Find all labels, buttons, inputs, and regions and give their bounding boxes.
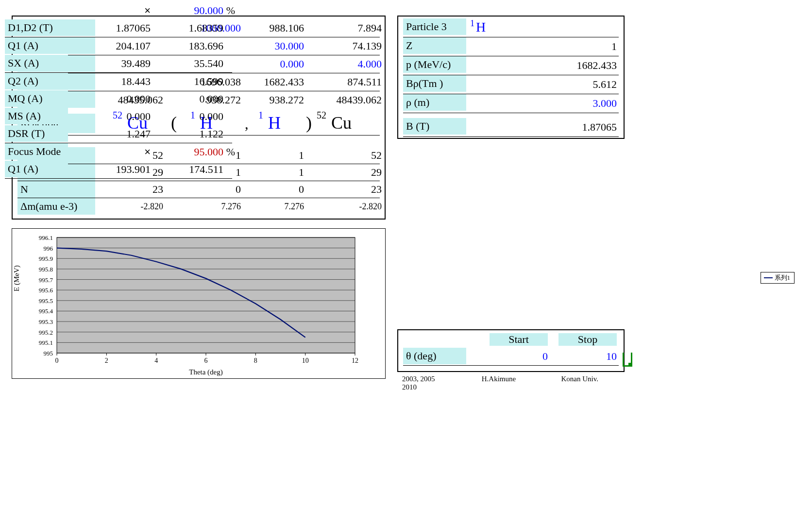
chart-y-axis-label: E (MeV) [13,265,21,291]
magnet-row: MQ (A)0.0000.000 [5,90,232,108]
chart-legend: 系列1 [761,272,795,284]
theta-range-label: θ (deg) [403,348,466,364]
theta-stop-input[interactable]: 10 [558,348,617,365]
particle3-row: B (T)1.87065 [403,118,619,137]
svg-rect-0 [57,237,355,353]
scan-range-panel: Start Stop θ (deg) 0 10 [397,329,625,372]
stop-header: Stop [558,333,617,346]
svg-text:996: 996 [44,245,53,252]
magnet-row: SX (A)39.48935.540 [5,55,232,73]
svg-text:995.4: 995.4 [39,307,53,315]
focus-percent-input[interactable]: 95.000 [155,143,223,161]
magnet-row: Q1 (A)204.107183.696 [5,37,232,55]
particle3-row: ρ (m)3.000 [403,94,619,113]
svg-text:2: 2 [105,357,108,364]
magnet-row: D1,D2 (T)1.870651.68359 [5,19,232,37]
scaling-row: × 90.000 % [5,2,232,19]
svg-text:995: 995 [44,350,53,357]
svg-text:995.2: 995.2 [39,329,53,336]
svg-text:995.9: 995.9 [39,255,53,262]
magnet-row: Q2 (A)18.44316.599 [5,73,232,90]
svg-text:10: 10 [302,357,309,364]
svg-text:995.8: 995.8 [39,266,53,273]
theta-start-input[interactable]: 0 [490,348,548,365]
start-header: Start [490,333,548,346]
focus-mode-label: Focus Mode [5,143,68,160]
svg-text:12: 12 [352,357,358,364]
svg-text:6: 6 [204,357,208,364]
svg-text:995.1: 995.1 [39,339,53,346]
svg-text:0: 0 [55,357,59,364]
svg-text:995.5: 995.5 [39,297,53,305]
particle3-row: Z1 [403,37,619,56]
scale-percent-input[interactable]: 90.000 [155,2,223,19]
svg-text:995.3: 995.3 [39,318,53,325]
particle3-row: Particle 31H [403,18,619,37]
svg-text:995.6: 995.6 [39,287,53,294]
magnets-panel: × 90.000 % D1,D2 (T)1.870651.68359Q1 (A)… [0,0,237,176]
particle3-panel: Particle 31HZ1p (MeV/c)1682.433Bρ(Tm )5.… [397,16,625,139]
focus-mode-row: Focus Mode × 95.000 % [5,143,232,161]
particle3-row: p (MeV/c)1682.433 [403,56,619,75]
svg-text:8: 8 [254,357,257,364]
credits: 2003, 2005 2010 H.Akimune Konan Univ. [402,375,626,391]
energy-vs-theta-chart: 995995.1995.2995.3995.4995.5995.6995.799… [12,228,386,379]
svg-text:996.1: 996.1 [39,234,53,241]
magnet-row: DSR (T)1.2471.122 [5,125,232,143]
particle3-row: Bρ(Tm )5.612 [403,75,619,94]
q1-focus-row: Q1 (A) 193.901 174.511 [5,161,232,179]
svg-text:995.7: 995.7 [39,276,53,284]
nuclide-row: Δm(amu e-3)-2.8207.2767.276-2.820 [17,198,380,215]
cell-cursor-icon [623,353,632,367]
nuclide-row: N230023 [17,181,380,198]
svg-text:Theta (deg): Theta (deg) [189,368,223,376]
magnet-row: MS (A)0.0000.000 [5,108,232,125]
svg-text:4: 4 [154,357,158,364]
